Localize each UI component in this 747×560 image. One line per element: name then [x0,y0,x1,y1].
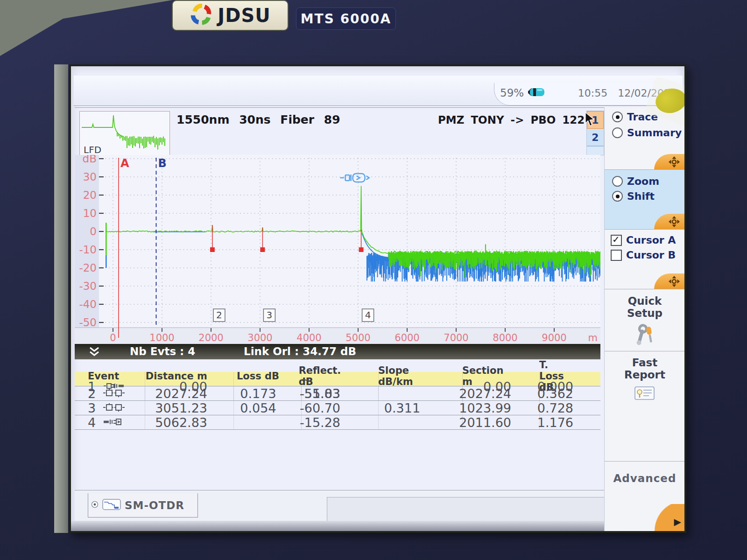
event-row-1[interactable]: 10.00~ -55.830.000.000 [75,372,600,386]
value-cell [233,415,301,430]
svg-text:2000: 2000 [198,332,223,343]
value-cell: 3051.23 [145,401,233,415]
status-bar: 59% 10:55 12/02/2025 [74,76,683,106]
collapse-chevron-icon[interactable] [88,346,101,359]
svg-text:5000: 5000 [345,332,370,343]
tab-label: SM-OTDR [125,499,184,511]
zoom-radio[interactable] [612,176,623,187]
fast-report-button[interactable]: Fast Report [605,357,684,404]
page-2-button[interactable]: 2 [587,129,604,147]
next-page-corner[interactable]: ▶ [650,504,684,531]
battery-icon [528,87,546,99]
jdsu-logo-icon [190,3,212,28]
cursor-a-row[interactable]: Cursor A [611,234,676,246]
svg-text:0: 0 [110,332,116,343]
dpad-tab-3[interactable] [654,273,684,289]
svg-text:-40: -40 [79,298,97,310]
shift-radio-row[interactable]: Shift [612,190,655,202]
summary-radio-row[interactable]: Summary [612,127,682,139]
value-cell: 2027.24 [145,386,233,401]
svg-text:4000: 4000 [296,332,321,343]
cursor-b-checkbox[interactable] [611,250,622,261]
svg-text:dB: dB [83,155,97,165]
svg-text:30: 30 [83,171,97,183]
event-row-2[interactable]: 22027.240.173-51.032027.240.362 [75,386,600,401]
events-table: EventDistance mLoss dBReflect. dBSlope d… [75,359,600,430]
dpad-icon [667,156,681,168]
value-cell: -60.70 [301,401,378,415]
value-cell: 0.173 [233,386,301,401]
value-cell: 5062.83 [145,415,233,430]
nb-events-label: Nb Evts : 4 [130,345,195,357]
header-separator [75,107,604,108]
otdr-chart: 3020100-10-20-30-40-50dB0100020003000400… [75,155,600,344]
value-cell: 0.054 [233,401,301,415]
brand-plate: JDSU [172,0,289,31]
shift-radio[interactable] [612,191,623,202]
svg-text:-10: -10 [79,244,97,256]
splice-icon [103,386,125,401]
photo-background [0,0,177,58]
tools-icon [605,323,684,350]
end-connector-icon [103,415,125,430]
svg-text:1000: 1000 [149,332,174,343]
model-plate: MTS 6000A [296,7,396,30]
footer-tabbar: SM-OTDR [75,490,604,521]
summary-radio[interactable] [612,127,623,138]
value-cell: -51.03 [301,386,378,401]
svg-text:9000: 9000 [542,332,566,343]
mouse-cursor [585,112,597,129]
event-row-4[interactable]: 45062.83-15.282011.601.176 [75,415,600,430]
value-cell: -15.28 [301,415,378,430]
tab-trace-icon [102,498,121,512]
cursor-a-label: Cursor A [626,234,676,246]
thumbnail-label: LFD [84,144,101,155]
dpad-tab-1[interactable] [654,154,684,170]
value-cell [378,415,462,430]
battery-percent: 59% [500,87,524,99]
cursor-b-row[interactable]: Cursor B [611,249,676,261]
route-label: PMZ TONY -> PBO 122 [438,114,585,126]
summary-radio-label: Summary [627,127,682,139]
svg-text:4: 4 [365,309,371,321]
sidebar: Trace Summary Zoom Shift [604,107,684,531]
cursor-a-checkbox[interactable] [611,235,622,246]
svg-text:-30: -30 [79,280,97,292]
value-cell: 0.362 [539,386,600,401]
tab-bullet-icon [91,501,99,510]
zoom-radio-row[interactable]: Zoom [612,175,659,187]
trace-radio[interactable] [612,112,623,122]
quick-setup-button[interactable]: Quick Setup [605,295,684,350]
screen: 59% 10:55 12/02/2025 [71,66,684,531]
tab-sm-otdr[interactable]: SM-OTDR [88,493,198,518]
svg-text:10: 10 [83,207,97,219]
svg-text:3: 3 [267,309,273,321]
sticker [649,82,684,120]
svg-text:6000: 6000 [395,332,419,343]
value-cell: 2011.60 [462,415,539,430]
svg-text:m: m [588,332,598,343]
svg-text:-50: -50 [79,316,97,329]
value-cell [378,386,462,401]
trace-thumbnail[interactable]: LFD [79,111,170,157]
cursor-b-label: Cursor B [626,249,676,261]
svg-text:3000: 3000 [247,332,272,343]
svg-text:7000: 7000 [444,332,468,343]
svg-text:A: A [120,157,129,170]
screen-bottom-edge [71,521,684,531]
svg-text:2: 2 [216,309,222,321]
bezel-strip [54,64,68,533]
shift-radio-label: Shift [627,190,655,202]
dpad-icon [667,275,681,287]
advanced-button[interactable]: Advanced [605,472,684,484]
event-cell: 4 [75,415,145,430]
event-cell: 3 [75,401,145,415]
zoom-radio-label: Zoom [627,175,659,187]
screen-frame: 59% 10:55 12/02/2025 [69,64,686,533]
svg-text:20: 20 [83,189,97,201]
brand-name: JDSU [218,5,270,26]
event-row-3[interactable]: 33051.230.054-60.700.3111023.990.728 [75,401,600,415]
device-bezel: JDSU MTS 6000A 59% 10:55 [0,0,747,560]
time: 10:55 [578,87,607,99]
acquisition-label: 1550nm 30ns Fiber 89 [176,113,340,126]
